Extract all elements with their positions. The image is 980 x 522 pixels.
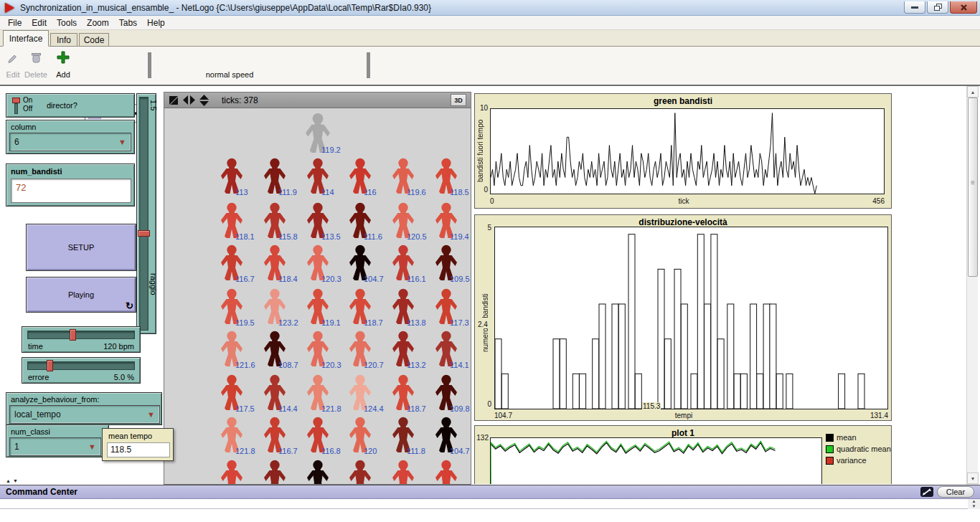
- raggio-slider[interactable]: 1.5 raggio: [136, 93, 156, 334]
- analyze-behaviour-chooser[interactable]: analyze_behaviour_from: local_tempo ▼: [6, 392, 162, 425]
- legend-color-swatch: [826, 445, 834, 453]
- restore-icon: [934, 4, 942, 11]
- menu-item-zoom[interactable]: Zoom: [82, 16, 114, 29]
- errore-slider-handle[interactable]: [47, 360, 53, 371]
- mean-tempo-label: mean tempo: [108, 432, 152, 440]
- x-max-tick: 131.4: [859, 412, 888, 419]
- netlogo-window: Synchronization_in_musical_ensamble_ - N…: [0, 0, 980, 522]
- raggio-slider-handle[interactable]: [138, 230, 150, 237]
- raggio-value: 1.5: [149, 100, 158, 110]
- tab-code[interactable]: Code: [79, 33, 109, 47]
- edit-button[interactable]: Edit: [1, 70, 24, 79]
- x-mid-tick: 115.3: [642, 402, 661, 410]
- command-center: Command Center Clear ▲▼ observer> ▼: [0, 485, 980, 522]
- num-classi-label: num_classi: [11, 427, 50, 436]
- num-bandisti-field[interactable]: 72: [11, 179, 131, 203]
- bandista-agent: [257, 457, 293, 484]
- errore-slider-label: errore: [28, 373, 49, 381]
- y-max-tick: 10: [475, 104, 488, 112]
- add-button[interactable]: Add: [52, 70, 75, 79]
- director-switch[interactable]: On Off director?: [6, 93, 135, 118]
- menu-item-tools[interactable]: Tools: [52, 16, 82, 29]
- vertical-scrollbar[interactable]: ▲ ▼: [966, 86, 978, 485]
- scroll-down-arrow[interactable]: ▼: [967, 473, 979, 484]
- bandista-tempo-label: 113: [235, 188, 248, 196]
- time-slider-handle[interactable]: [70, 329, 76, 341]
- y-mid-tick: 2.4: [477, 321, 489, 328]
- scrollbar-thumb[interactable]: [968, 98, 978, 277]
- bandista-tempo-label: 116.7: [235, 275, 255, 283]
- bandista-agent: [342, 457, 378, 484]
- view-origin-icon[interactable]: [169, 95, 179, 105]
- time-slider[interactable]: time 120 bpm: [22, 326, 141, 353]
- view-vertical-arrows-icon[interactable]: [199, 95, 209, 106]
- switch-name-label: director?: [47, 101, 77, 110]
- switch-off-label: Off: [23, 105, 32, 113]
- world-view[interactable]: ticks: 378 3D 119.2113111.9114116119.611…: [164, 92, 471, 485]
- num-classi-value-text: 1: [14, 442, 19, 452]
- delete-trash-icon[interactable]: [30, 52, 42, 64]
- bandista-tempo-label: 118.7: [407, 404, 426, 413]
- legend-color-swatch: [826, 434, 834, 442]
- bandista-tempo-label: 114.1: [450, 361, 469, 369]
- bandista-tempo-label: 121.6: [235, 361, 255, 369]
- column-chooser-value[interactable]: 6 ▼: [9, 133, 131, 151]
- plot-line-canvas: [491, 438, 821, 484]
- setup-button[interactable]: SETUP: [26, 224, 136, 271]
- edit-pencil-icon[interactable]: [7, 52, 19, 64]
- clear-button[interactable]: Clear: [937, 486, 974, 498]
- toolbar-separator: [367, 52, 370, 78]
- num-classi-value[interactable]: 1 ▼: [9, 437, 101, 456]
- plot-ylabel: bandisti fuori tempo: [476, 108, 484, 193]
- num-bandisti-input[interactable]: num_bandisti 72: [6, 163, 135, 207]
- x-max-tick: 456: [856, 197, 885, 205]
- menu-item-help[interactable]: Help: [142, 16, 170, 29]
- playing-button[interactable]: Playing ↻: [26, 277, 136, 313]
- y-min-tick: 0: [475, 186, 488, 194]
- close-button[interactable]: [950, 1, 977, 14]
- time-slider-value: 120 bpm: [103, 342, 134, 351]
- ticks-counter: ticks: 378: [222, 95, 258, 105]
- output-scroll-arrows[interactable]: ▲▼: [968, 499, 980, 509]
- legend-color-swatch: [826, 457, 834, 465]
- analyze-value-text: local_tempo: [14, 409, 61, 419]
- bandista-tempo-label: 117.3: [450, 318, 469, 327]
- column-chooser[interactable]: column 6 ▼: [6, 120, 135, 154]
- add-plus-icon[interactable]: [57, 51, 70, 64]
- menu-item-edit[interactable]: Edit: [27, 16, 52, 29]
- bandista-tempo-label: 121.8: [321, 404, 341, 413]
- scroll-up-arrow[interactable]: ▲: [967, 86, 979, 98]
- tab-info[interactable]: Info: [50, 33, 77, 47]
- netlogo-app-icon: [5, 3, 14, 13]
- restore-button[interactable]: [927, 1, 948, 14]
- horizontal-scroll-arrows[interactable]: ▲▼: [6, 478, 20, 483]
- plot-title: distribuzione-velocità: [475, 217, 891, 227]
- bandista-tempo-label: 114.4: [278, 404, 298, 413]
- bandista-tempo-label: 113.5: [321, 232, 341, 241]
- errore-slider-track[interactable]: [27, 361, 135, 370]
- switch-slot: [14, 103, 18, 114]
- analyze-chooser-value[interactable]: local_tempo ▼: [9, 405, 160, 424]
- raggio-slider-track[interactable]: [139, 97, 149, 331]
- menu-item-file[interactable]: File: [3, 16, 27, 29]
- bandista-tempo-label: 120.5: [407, 232, 427, 241]
- menu-item-tabs[interactable]: Tabs: [114, 16, 142, 29]
- bandista-tempo-label: 120.7: [364, 361, 384, 369]
- view-canvas[interactable]: 119.2113111.9114116119.6118.5118.1115.81…: [164, 108, 471, 484]
- num-classi-chooser[interactable]: num_classi 1 ▼: [6, 424, 109, 457]
- time-slider-track[interactable]: [27, 331, 135, 339]
- view-horizontal-arrows-icon[interactable]: [183, 95, 195, 105]
- command-center-expand-button[interactable]: [920, 487, 933, 497]
- delete-button[interactable]: Delete: [23, 70, 49, 79]
- bandista-tempo-label: 120.3: [321, 275, 341, 283]
- plot-xlabel: tick: [475, 197, 892, 205]
- plot-green-bandisti: green bandisti bandisti fuori tempo 10 0…: [474, 93, 892, 209]
- tab-interface[interactable]: Interface: [3, 30, 49, 47]
- view-3d-button[interactable]: 3D: [451, 94, 466, 106]
- bandista-agent: [214, 457, 250, 484]
- minimize-button[interactable]: [904, 1, 925, 14]
- errore-slider[interactable]: errore 5.0 %: [22, 357, 141, 384]
- switch-knob[interactable]: [12, 98, 20, 103]
- plot-line-canvas: [491, 109, 884, 196]
- command-output-area[interactable]: [0, 499, 968, 509]
